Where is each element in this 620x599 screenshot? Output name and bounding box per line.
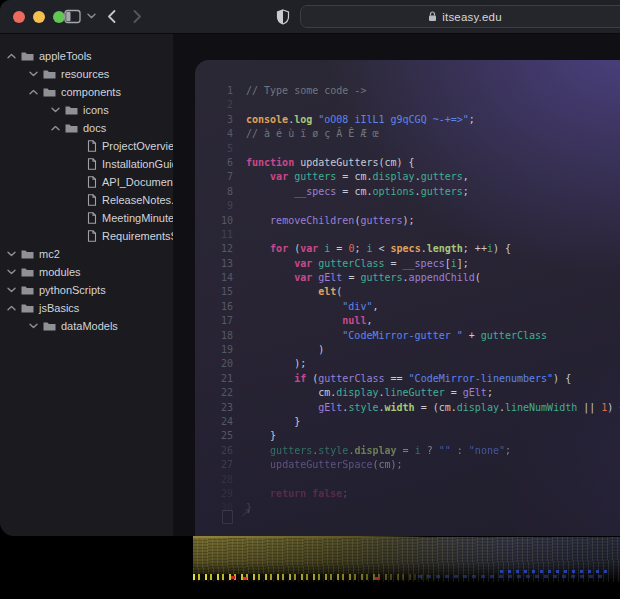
line-number: 22	[195, 386, 233, 400]
forward-button[interactable]	[133, 10, 142, 23]
folder-icon	[21, 303, 34, 313]
code-line: 16 "div",	[195, 300, 620, 314]
line-number: 8	[195, 185, 233, 199]
folder-icon	[21, 267, 34, 277]
code-text: "CodeMirror-gutter " + gutterClass	[246, 329, 547, 343]
code-text: }	[246, 415, 300, 429]
tree-folder-item[interactable]: components	[0, 83, 173, 101]
tree-file-item[interactable]: MeetingMinutes...	[0, 209, 173, 227]
tree-item-label: components	[61, 86, 121, 98]
folder-icon	[21, 51, 34, 61]
code-line: 4// à é ù ï ø ç Ã Ê Æ œ	[195, 127, 620, 141]
line-number: 16	[195, 300, 233, 314]
chevron-up-icon	[29, 89, 38, 95]
line-number: 23	[195, 401, 233, 415]
line-number: 9	[195, 199, 233, 213]
code-text: var gElt = gutters.appendChild(	[246, 271, 481, 285]
file-icon	[87, 212, 97, 224]
close-button[interactable]	[13, 11, 25, 23]
privacy-shield-icon[interactable]	[276, 9, 290, 25]
code-line: 20 );	[195, 357, 620, 371]
tree-folder-item[interactable]: dataModels	[0, 317, 173, 335]
line-number: 7	[195, 170, 233, 184]
tree-folder-item[interactable]: resources	[0, 65, 173, 83]
code-text: gutters.style.display = i ? "" : "none";	[246, 444, 511, 458]
address-bar[interactable]: itseasy.edu	[300, 5, 620, 28]
tree-item-label: appleTools	[39, 50, 92, 62]
code-line: 3console.log "oO08 iIlL1 g9qCGQ ~-+=>";	[195, 113, 620, 127]
glitch-blue-noise	[500, 570, 612, 573]
folder-icon	[43, 69, 56, 79]
tree-item-label: dataModels	[61, 320, 118, 332]
code-line: 10 removeChildren(gutters);	[195, 214, 620, 228]
code-line: 28	[195, 473, 620, 487]
code-text: return false;	[246, 487, 348, 501]
code-text: __specs = cm.options.gutters;	[246, 185, 469, 199]
tree-file-item[interactable]: API_Documenta...	[0, 173, 173, 191]
tree-folder-item[interactable]: mc2	[0, 245, 173, 263]
code-text: gElt.style.width = (cm.display.lineNumWi…	[246, 401, 620, 415]
tree-folder-item[interactable]: icons	[0, 101, 173, 119]
code-line: 5	[195, 142, 620, 156]
file-icon	[87, 158, 97, 170]
line-number: 4	[195, 127, 233, 141]
tree-folder-item[interactable]: jsBasics	[0, 299, 173, 317]
code-line: 15 elt(	[195, 285, 620, 299]
chevron-down-icon	[7, 287, 16, 293]
code-line: 19 )	[195, 343, 620, 357]
line-number: 15	[195, 285, 233, 299]
folder-icon	[65, 105, 78, 115]
code-text: // à é ù ï ø ç Ã Ê Æ œ	[246, 127, 378, 141]
tree-folder-item[interactable]: docs	[0, 119, 173, 137]
tree-file-item[interactable]: ReleaseNotes.tx...	[0, 191, 173, 209]
code-text: for (var i = 0; i < specs.length; ++i) {	[246, 242, 511, 256]
tree-item-label: modules	[39, 266, 81, 278]
tree-item-label: pythonScripts	[39, 284, 106, 296]
tree-item-label: ProjectOverview...	[102, 140, 173, 152]
sidebar-toggle-icon[interactable]	[64, 9, 81, 24]
tree-item-label: jsBasics	[39, 302, 79, 314]
code-line: 30}	[195, 501, 620, 515]
code-editor[interactable]: 1// Type some code ->23console.log "oO08…	[195, 60, 620, 536]
code-text: "div",	[246, 300, 378, 314]
tree-folder-item[interactable]: pythonScripts	[0, 281, 173, 299]
folder-icon	[21, 285, 34, 295]
traffic-lights	[13, 11, 65, 23]
chevron-down-icon	[29, 71, 38, 77]
file-icon	[87, 140, 97, 152]
code-line: 27 updateGutterSpace(cm);	[195, 458, 620, 472]
code-line: 26 gutters.style.display = i ? "" : "non…	[195, 444, 620, 458]
glitch-red-speck	[375, 577, 379, 580]
code-text: )	[246, 343, 324, 357]
glitch-red-speck	[243, 577, 247, 580]
line-number: 12	[195, 242, 233, 256]
file-icon	[87, 176, 97, 188]
tree-folder-item[interactable]: modules	[0, 263, 173, 281]
minimize-button[interactable]	[33, 11, 45, 23]
code-line: 18 "CodeMirror-gutter " + gutterClass	[195, 329, 620, 343]
line-number: 11	[195, 228, 233, 242]
chevron-down-icon	[7, 269, 16, 275]
line-number: 28	[195, 473, 233, 487]
line-number: 25	[195, 429, 233, 443]
back-button[interactable]	[107, 10, 116, 23]
line-number: 10	[195, 214, 233, 228]
tree-file-item[interactable]: InstallationGuid...	[0, 155, 173, 173]
code-text: null,	[246, 314, 372, 328]
code-line: 17 null,	[195, 314, 620, 328]
tree-file-item[interactable]: RequirementsSp...	[0, 227, 173, 245]
folder-icon	[43, 321, 56, 331]
line-number: 24	[195, 415, 233, 429]
chevron-down-icon[interactable]	[87, 13, 96, 19]
url-text: itseasy.edu	[442, 11, 502, 23]
code-line: 29 return false;	[195, 487, 620, 501]
line-number: 2	[195, 98, 233, 112]
tree-folder-item[interactable]: appleTools	[0, 47, 173, 65]
code-text: cm.display.lineGutter = gElt;	[246, 386, 493, 400]
code-line: 11	[195, 228, 620, 242]
file-tree[interactable]: appleToolsresourcescomponentsiconsdocsPr…	[0, 34, 173, 536]
code-text: }	[246, 429, 276, 443]
tree-item-label: resources	[61, 68, 109, 80]
code-text: var gutters = cm.display.gutters,	[246, 170, 469, 184]
tree-file-item[interactable]: ProjectOverview...	[0, 137, 173, 155]
